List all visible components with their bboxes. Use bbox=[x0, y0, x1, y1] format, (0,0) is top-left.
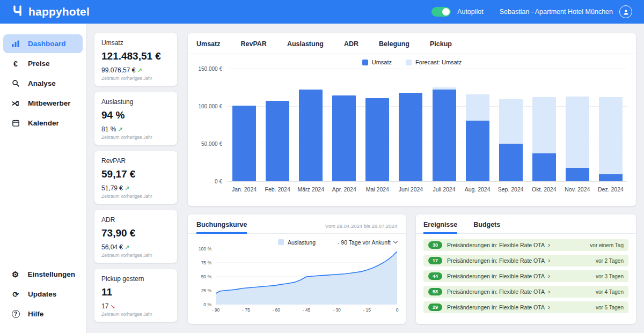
booking-y-tick: 75 % bbox=[201, 260, 211, 265]
booking-curve-card: Buchungskurve Vom 29.04.2024 bis 28.07.2… bbox=[188, 214, 406, 324]
y-axis-labels: 0 €50.000 €100.000 €150.000 € bbox=[196, 69, 228, 181]
umsatz-bar bbox=[566, 168, 589, 181]
umsatz-bar bbox=[599, 174, 623, 181]
happyhotel-logo-icon bbox=[12, 5, 24, 19]
event-row[interactable]: 58Preisänderungen in: Flexible Rate OTA›… bbox=[423, 286, 628, 298]
tab-adr[interactable]: ADR bbox=[344, 40, 358, 48]
x-tick-label: Feb. 2024 bbox=[261, 186, 294, 193]
kpi-previous-value: 17↘ bbox=[101, 302, 170, 310]
x-tick-label: Apr. 2024 bbox=[327, 186, 361, 193]
event-text: Preisänderungen in: Flexible Rate OTA bbox=[447, 304, 545, 310]
booking-x-tick: - 75 bbox=[242, 307, 250, 313]
chevron-right-icon: › bbox=[548, 257, 550, 264]
event-time: vor 3 Tagen bbox=[596, 273, 624, 279]
booking-legend-label: Auslastung bbox=[288, 239, 316, 246]
booking-curve-tab[interactable]: Buchungskurve bbox=[196, 221, 247, 234]
chevron-right-icon: › bbox=[548, 242, 550, 248]
sidebar-item-kalender[interactable]: Kalender bbox=[3, 114, 83, 132]
x-tick-label: Sep. 2024 bbox=[494, 186, 528, 193]
x-tick-label: Aug. 2024 bbox=[461, 186, 494, 193]
legend-label: Umsatz bbox=[372, 59, 392, 65]
umsatz-bar bbox=[532, 153, 556, 181]
forecast-bar bbox=[599, 97, 623, 174]
tab-auslastung[interactable]: Auslastung bbox=[287, 40, 324, 48]
sidebar-item-analyse[interactable]: Analyse bbox=[3, 74, 83, 93]
kpi-value: 94 % bbox=[101, 109, 170, 121]
booking-plot-wrap: 0 %25 %50 %75 %100 % bbox=[196, 249, 397, 305]
trend-down-arrow-icon: ↘ bbox=[110, 303, 115, 309]
sidebar-item-label: Dashboard bbox=[28, 40, 66, 48]
account-label[interactable]: Sebastian - Apartment Hotel München bbox=[500, 8, 613, 16]
kpi-card-adr: ADR73,90 €56,04 €↗Zeitraum vorheriges Ja… bbox=[94, 210, 177, 263]
booking-y-tick: 0 % bbox=[203, 302, 211, 307]
event-time: vor 4 Tagen bbox=[596, 289, 624, 295]
events-card: EreignisseBudgets 30Preisänderungen in: … bbox=[416, 214, 636, 324]
umsatz-bar bbox=[332, 95, 356, 181]
kpi-card-umsatz: Umsatz121.483,51 €99.076,57 €↗Zeitraum v… bbox=[94, 33, 177, 86]
topbar: happyhotel Autopilot Sebastian - Apartme… bbox=[0, 0, 644, 24]
events-list: 30Preisänderungen in: Flexible Rate OTA›… bbox=[423, 239, 628, 313]
tab-budgets[interactable]: Budgets bbox=[473, 221, 500, 234]
tab-ereignisse[interactable]: Ereignisse bbox=[423, 221, 457, 234]
sidebar-item-label: Analyse bbox=[28, 79, 56, 87]
booking-y-axis: 0 %25 %50 %75 %100 % bbox=[196, 249, 216, 305]
x-tick-label: Dez. 2024 bbox=[594, 186, 627, 193]
legend-swatch bbox=[406, 60, 412, 65]
booking-x-tick: - 90 bbox=[212, 307, 220, 313]
booking-x-tick: - 30 bbox=[333, 307, 341, 313]
kpi-value: 11 bbox=[101, 286, 170, 298]
kpi-period-label: Zeitraum vorheriges Jahr bbox=[101, 135, 170, 140]
booking-y-tick: 50 % bbox=[201, 274, 211, 279]
help-icon: ? bbox=[11, 309, 20, 319]
tab-umsatz[interactable]: Umsatz bbox=[196, 40, 220, 48]
tab-revpar[interactable]: RevPAR bbox=[240, 40, 266, 48]
tab-belegung[interactable]: Belegung bbox=[379, 40, 409, 48]
event-count-badge: 17 bbox=[428, 257, 442, 265]
event-count-badge: 44 bbox=[428, 272, 442, 280]
booking-x-tick: - 60 bbox=[272, 307, 280, 313]
bar-group-apr-2024 bbox=[332, 95, 356, 181]
sidebar-item-hilfe[interactable]: ?Hilfe bbox=[3, 305, 83, 323]
chevron-down-icon bbox=[393, 239, 398, 243]
kpi-previous-value: 56,04 €↗ bbox=[101, 243, 170, 251]
tab-pickup[interactable]: Pickup bbox=[430, 40, 452, 48]
x-tick-label: Juli 2024 bbox=[427, 186, 460, 193]
revenue-chart-card: UmsatzRevPARAuslastungADRBelegungPickup … bbox=[188, 33, 636, 206]
event-count-badge: 58 bbox=[428, 288, 442, 296]
bar-group-juli-2024 bbox=[433, 87, 456, 181]
kpi-previous-value: 51,79 €↗ bbox=[101, 184, 170, 192]
booking-curve-plot bbox=[216, 249, 397, 305]
gear-icon: ⚙ bbox=[11, 270, 20, 279]
y-tick-label: 150.000 € bbox=[199, 66, 223, 72]
x-tick-label: Nov. 2024 bbox=[561, 186, 594, 193]
sidebar-item-updates[interactable]: ⟳Updates bbox=[3, 285, 83, 304]
trend-up-arrow-icon: ↗ bbox=[137, 67, 142, 73]
event-row[interactable]: 29Preisänderungen in: Flexible Rate OTA›… bbox=[423, 301, 628, 313]
bar-group-dez-2024 bbox=[599, 97, 623, 181]
sidebar-item-dashboard[interactable]: Dashboard bbox=[3, 34, 83, 53]
sidebar-nav: Dashboard€PreiseAnalyseMitbewerberKalend… bbox=[0, 33, 86, 134]
kpi-title: Auslastung bbox=[101, 98, 170, 106]
user-avatar-icon[interactable] bbox=[619, 5, 632, 18]
event-row[interactable]: 44Preisänderungen in: Flexible Rate OTA›… bbox=[423, 270, 628, 282]
chevron-right-icon: › bbox=[548, 288, 550, 295]
trend-up-arrow-icon: ↗ bbox=[118, 126, 122, 132]
kpi-period-label: Zeitraum vorheriges Jahr bbox=[101, 194, 170, 199]
sidebar-item-label: Kalender bbox=[28, 119, 59, 127]
event-count-badge: 29 bbox=[428, 304, 442, 312]
event-row[interactable]: 17Preisänderungen in: Flexible Rate OTA›… bbox=[423, 255, 628, 267]
sidebar-item-mitbewerber[interactable]: Mitbewerber bbox=[3, 94, 83, 113]
booking-x-tick: - 45 bbox=[303, 307, 311, 313]
sidebar-item-label: Hilfe bbox=[28, 310, 43, 318]
calendar-icon bbox=[11, 119, 20, 128]
events-tabs: EreignisseBudgets bbox=[423, 221, 628, 234]
autopilot-toggle[interactable] bbox=[431, 7, 451, 17]
umsatz-bar bbox=[466, 121, 489, 181]
sidebar-item-einstellungen[interactable]: ⚙Einstellungen bbox=[3, 265, 83, 284]
bar-group-jan-2024 bbox=[232, 106, 256, 181]
event-row[interactable]: 30Preisänderungen in: Flexible Rate OTA›… bbox=[423, 239, 628, 251]
sidebar-item-preise[interactable]: €Preise bbox=[3, 54, 83, 73]
magnifier-icon bbox=[11, 79, 20, 88]
days-before-arrival-dropdown[interactable]: - 90 Tage vor Ankunft bbox=[338, 239, 397, 246]
umsatz-bar bbox=[232, 106, 256, 181]
